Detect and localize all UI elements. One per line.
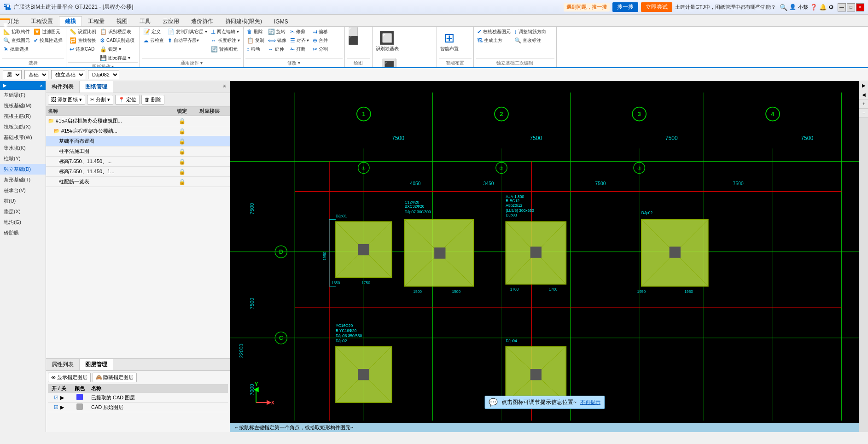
btn-move[interactable]: ↕移动: [245, 45, 266, 53]
btn-extend[interactable]: ↔延伸: [267, 45, 288, 53]
user-icon[interactable]: 👤: [789, 4, 796, 11]
tab-igms[interactable]: IGMS: [268, 16, 294, 26]
item-foundation-beam[interactable]: 基础梁(F): [0, 90, 46, 100]
file-row-5[interactable]: 标高7.650、11.450、1... 🔒: [46, 167, 230, 177]
item-pile[interactable]: 桩(U): [0, 196, 46, 206]
tooltip-close-btn[interactable]: 不再提示: [580, 399, 600, 406]
btn-define[interactable]: 📝定义: [142, 28, 165, 36]
btn-recog-found-elem[interactable]: 🔳 识别独立基础: [374, 55, 405, 68]
file-row-0[interactable]: 📁 #15#启程框架办公楼建筑图... 🔒: [46, 116, 230, 126]
btn-add-drawing[interactable]: 🖼 添加图纸 ▾: [48, 95, 85, 105]
btn-merge[interactable]: ⊕合并: [311, 36, 329, 45]
item-drainage[interactable]: 地沟(G): [0, 217, 46, 228]
btn-recog-layer[interactable]: 📋识别楼层表: [99, 28, 136, 36]
btn-cloud-check[interactable]: ☁云检查: [142, 36, 165, 45]
file-row-2[interactable]: 基础平面布置图 🔒: [46, 136, 230, 146]
tab-start[interactable]: 开始: [2, 16, 25, 26]
right-btn-3[interactable]: +: [859, 99, 868, 109]
file-row-1[interactable]: 📂 #15#启程框架办公楼结... 🔒: [46, 126, 230, 136]
item-foundation-belt[interactable]: 基础板带(W): [0, 132, 46, 143]
btn-filter-elem[interactable]: 🔽过滤图元: [32, 28, 64, 36]
btn-show-layer[interactable]: 👁显示指定图层: [48, 373, 91, 382]
btn-split[interactable]: ✂分割: [311, 45, 329, 53]
layer-select-elem[interactable]: DJp082: [88, 70, 119, 79]
btn-rotate[interactable]: 🔄旋转: [267, 28, 288, 36]
btn-draw1[interactable]: ⬜: [347, 28, 360, 36]
btn-save-elem[interactable]: 💾图元存盘 ▾: [99, 54, 136, 62]
settings-icon[interactable]: ⚙: [828, 4, 834, 11]
tab-build[interactable]: 建模: [59, 16, 82, 26]
layer-row-0[interactable]: ☑ ▶ 已提取的 CAD 图层: [48, 393, 228, 403]
item-cushion[interactable]: 垫层(X): [0, 206, 46, 217]
btn-offset[interactable]: ⇉偏移: [311, 28, 329, 36]
sidebar-tab-drawings[interactable]: 图纸管理: [80, 81, 113, 93]
btn-break[interactable]: ✁打断: [289, 45, 311, 53]
layer-select-level[interactable]: 层: [3, 70, 22, 79]
props-tab-attrs[interactable]: 属性列表: [46, 359, 80, 370]
right-btn-2[interactable]: ◀: [859, 90, 868, 99]
btn-align[interactable]: ☰对齐 ▾: [289, 36, 311, 45]
item-isolated-foundation[interactable]: 独立基础(D): [0, 164, 46, 175]
btn-attr-select[interactable]: ✔按属性选择: [32, 36, 64, 45]
right-btn-4[interactable]: −: [859, 109, 868, 118]
btn-length-mark[interactable]: ↔长度标注 ▾: [210, 36, 241, 45]
btn-adjust-steel-dir[interactable]: ↕调整钢筋方向: [513, 28, 548, 36]
item-sump[interactable]: 集水坑(K): [0, 143, 46, 153]
btn-two-point-axis[interactable]: ⊥两点端轴 ▾: [210, 28, 241, 36]
btn-auto-align[interactable]: ⬆自动平齐层▾: [166, 36, 209, 45]
btn-delete[interactable]: 🗑删除: [245, 28, 266, 36]
btn-verify-found[interactable]: ✔校核独基图元: [476, 28, 512, 36]
search-icon[interactable]: 🔍: [780, 4, 787, 11]
btn-pickup[interactable]: 📐抬取构件: [2, 28, 31, 36]
file-row-6[interactable]: 柱配筋一览表 🔒: [46, 177, 230, 187]
bell-icon[interactable]: 🔔: [819, 4, 827, 11]
layer-checkbox-1[interactable]: ☑ ▶: [50, 404, 68, 410]
btn-set-scale[interactable]: 📏设置比例: [68, 28, 98, 36]
btn-find-replace[interactable]: 🔁查找替换: [68, 36, 98, 45]
item-raft-main-rebar[interactable]: 筏板主筋(R): [0, 111, 46, 122]
support-badge[interactable]: 免费试用: [0, 18, 10, 20]
btn-recog-found-table[interactable]: 🔲 识别独基表: [374, 28, 400, 54]
tab-quantity[interactable]: 工程量: [82, 16, 111, 26]
layer-select-foundation[interactable]: 基础: [24, 70, 48, 79]
close-btn[interactable]: ×: [856, 3, 864, 12]
help-icon[interactable]: ❓: [810, 4, 817, 11]
search-btn[interactable]: 搜一搜: [612, 2, 638, 12]
tab-collab[interactable]: 协同建模(限免): [219, 16, 268, 26]
tab-cost-coop[interactable]: 造价协作: [185, 16, 219, 26]
left-panel-close[interactable]: ×: [40, 83, 43, 88]
btn-mirror[interactable]: ⟺镜像: [267, 36, 288, 45]
item-raft-neg-rebar[interactable]: 筏板负筋(X): [0, 122, 46, 132]
btn-delete-drawing[interactable]: 🗑 删除: [141, 95, 164, 105]
item-pile-cap[interactable]: 桩承台(V): [0, 185, 46, 196]
tab-tools[interactable]: 工具: [134, 16, 157, 26]
btn-smart-layout[interactable]: ⊞ 智能布置: [439, 28, 460, 54]
right-btn-1[interactable]: ▶: [859, 81, 868, 90]
btn-trim[interactable]: ✂修剪: [289, 28, 311, 36]
maximize-btn[interactable]: □: [847, 3, 855, 12]
tab-project-settings[interactable]: 工程设置: [25, 16, 59, 26]
item-brick-form[interactable]: 砖胎膜: [0, 228, 46, 238]
btn-restore-cad[interactable]: ↩还原CAD: [68, 45, 98, 53]
canvas-area[interactable]: 1 2 3 4 ① ② ③ D C 7500: [230, 81, 859, 432]
layer-checkbox-0[interactable]: ☑ ▶: [50, 395, 68, 401]
btn-split[interactable]: ✂ 分割 ▾: [87, 95, 113, 105]
tab-cloud[interactable]: 云应用: [157, 16, 185, 26]
layer-select-type[interactable]: 独立基础: [51, 70, 85, 79]
btn-locate[interactable]: 📍 定位: [115, 95, 140, 105]
item-column-pier[interactable]: 柱墩(Y): [0, 153, 46, 164]
btn-cad-recog-opt[interactable]: ⚙CAD识别选项: [99, 36, 136, 45]
btn-gen-soil[interactable]: 🏗生成土方: [476, 36, 512, 45]
file-row-4[interactable]: 标高7.650、11.450、... 🔒: [46, 157, 230, 167]
btn-check-marks[interactable]: 🔍查改标注: [513, 36, 548, 45]
btn-hide-layer[interactable]: 🙈隐藏指定图层: [93, 373, 137, 382]
layer-row-1[interactable]: ☑ ▶ CAD 原始图层: [48, 403, 228, 412]
file-row-3[interactable]: 柱平法施工图 🔒: [46, 146, 230, 157]
btn-find-elem[interactable]: 🔍查找图元: [2, 36, 31, 45]
btn-draw2[interactable]: ⬛: [347, 36, 360, 45]
item-raft-foundation[interactable]: 筏板基础(M): [0, 100, 46, 111]
sidebar-tab-components[interactable]: 构件列表: [46, 81, 80, 93]
item-strip-foundation[interactable]: 条形基础(T): [0, 175, 46, 185]
sidebar-close-btn[interactable]: ×: [219, 81, 230, 93]
tab-view[interactable]: 视图: [111, 16, 134, 26]
